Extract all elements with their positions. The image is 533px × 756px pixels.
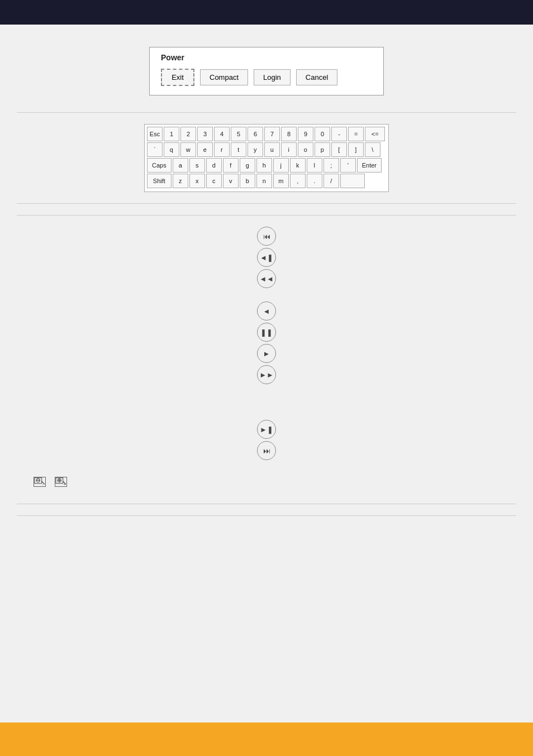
- key-1[interactable]: 1: [164, 127, 179, 141]
- key-caps[interactable]: Caps: [147, 158, 172, 173]
- key-q[interactable]: q: [164, 142, 179, 157]
- key-slash[interactable]: /: [323, 174, 339, 188]
- transport-spacer-2: [257, 386, 276, 395]
- transport-section: ⏮ ◄❚ ◄◄ ◄ ❚❚ ► ►► ►❚ ⏭: [17, 227, 516, 460]
- zoom-in-icon[interactable]: +: [55, 477, 67, 487]
- divider-1: [17, 112, 516, 113]
- key-b[interactable]: b: [240, 174, 255, 188]
- cancel-button[interactable]: Cancel: [296, 69, 337, 85]
- zoom-in-graphic: +: [55, 477, 67, 487]
- power-section: Power Exit Compact Login Cancel: [17, 47, 516, 95]
- key-a[interactable]: a: [173, 158, 188, 173]
- key-period[interactable]: .: [307, 174, 322, 188]
- exit-button[interactable]: Exit: [161, 69, 194, 86]
- key-backtick[interactable]: `: [147, 142, 163, 157]
- zoom-out-svg: -: [34, 477, 45, 487]
- key-8[interactable]: 8: [281, 127, 297, 141]
- key-semicolon[interactable]: ;: [323, 158, 339, 173]
- rewind-button[interactable]: ◄◄: [257, 269, 276, 288]
- key-p[interactable]: p: [315, 142, 330, 157]
- key-m[interactable]: m: [273, 174, 289, 188]
- transport-spacer-4: [257, 409, 276, 418]
- transport-spacer-1: [257, 290, 276, 299]
- key-equals[interactable]: =: [348, 127, 364, 141]
- svg-text:-: -: [42, 482, 44, 487]
- key-r[interactable]: r: [214, 142, 230, 157]
- key-i[interactable]: i: [281, 142, 297, 157]
- skip-to-end-button[interactable]: ⏭: [257, 441, 276, 460]
- key-w[interactable]: w: [180, 142, 196, 157]
- key-k[interactable]: k: [290, 158, 306, 173]
- key-4[interactable]: 4: [214, 127, 230, 141]
- key-minus[interactable]: -: [331, 127, 347, 141]
- key-s[interactable]: s: [189, 158, 205, 173]
- key-esc[interactable]: Esc: [147, 127, 163, 141]
- power-title: Power: [161, 53, 372, 62]
- divider-3: [17, 215, 516, 216]
- zoom-in-svg: +: [55, 477, 66, 487]
- keyboard-section: Esc 1 2 3 4 5 6 7 8 9 0 - = <= ` q w e: [17, 124, 516, 192]
- key-u[interactable]: u: [264, 142, 280, 157]
- key-backslash[interactable]: \: [365, 142, 380, 157]
- key-t[interactable]: t: [231, 142, 246, 157]
- key-3[interactable]: 3: [197, 127, 213, 141]
- key-6[interactable]: 6: [248, 127, 263, 141]
- skip-to-start-button[interactable]: ⏮: [257, 227, 276, 246]
- bottom-bar: [0, 722, 533, 756]
- key-y[interactable]: y: [248, 142, 263, 157]
- fast-forward-button[interactable]: ►►: [257, 365, 276, 384]
- key-shift-right[interactable]: [340, 174, 365, 188]
- key-enter[interactable]: Enter: [357, 158, 382, 173]
- key-0[interactable]: 0: [315, 127, 330, 141]
- key-comma[interactable]: ,: [290, 174, 306, 188]
- key-d[interactable]: d: [206, 158, 222, 173]
- key-quote[interactable]: ': [340, 158, 356, 173]
- power-buttons: Exit Compact Login Cancel: [161, 69, 372, 86]
- divider-2: [17, 203, 516, 204]
- key-7[interactable]: 7: [264, 127, 280, 141]
- key-n[interactable]: n: [256, 174, 272, 188]
- key-o[interactable]: o: [298, 142, 313, 157]
- next-frame-button[interactable]: ►❚: [257, 420, 276, 439]
- divider-4: [17, 504, 516, 504]
- key-e[interactable]: e: [197, 142, 213, 157]
- divider-5: [17, 515, 516, 516]
- play-reverse-button[interactable]: ◄: [257, 302, 276, 320]
- key-5[interactable]: 5: [231, 127, 246, 141]
- keyboard-row-4: Shift z x c v b n m , . /: [147, 174, 386, 188]
- power-box: Power Exit Compact Login Cancel: [149, 47, 384, 95]
- top-bar: [0, 0, 533, 25]
- key-rbracket[interactable]: ]: [348, 142, 364, 157]
- key-j[interactable]: j: [273, 158, 289, 173]
- transport-spacer-3: [257, 398, 276, 406]
- key-9[interactable]: 9: [298, 127, 313, 141]
- zoom-out-graphic: -: [34, 477, 46, 487]
- play-button[interactable]: ►: [257, 344, 276, 363]
- key-f[interactable]: f: [223, 158, 239, 173]
- keyboard-row-3: Caps a s d f g h j k l ; ' Enter: [147, 158, 386, 173]
- keyboard-row-2: ` q w e r t y u i o p [ ] \: [147, 142, 386, 157]
- step-back-button[interactable]: ◄❚: [257, 248, 276, 267]
- key-backspace[interactable]: <=: [365, 127, 385, 141]
- zoom-section: - +: [17, 471, 516, 492]
- transport-controls: ⏮ ◄❚ ◄◄ ◄ ❚❚ ► ►► ►❚ ⏭: [257, 227, 276, 460]
- key-2[interactable]: 2: [180, 127, 196, 141]
- zoom-out-icon[interactable]: -: [34, 477, 46, 487]
- key-x[interactable]: x: [189, 174, 205, 188]
- key-shift[interactable]: Shift: [147, 174, 172, 188]
- compact-button[interactable]: Compact: [200, 69, 248, 85]
- key-c[interactable]: c: [206, 174, 222, 188]
- key-lbracket[interactable]: [: [331, 142, 347, 157]
- key-l[interactable]: l: [307, 158, 322, 173]
- key-v[interactable]: v: [223, 174, 239, 188]
- key-h[interactable]: h: [256, 158, 272, 173]
- keyboard: Esc 1 2 3 4 5 6 7 8 9 0 - = <= ` q w e: [144, 124, 389, 192]
- key-g[interactable]: g: [240, 158, 255, 173]
- pause-button[interactable]: ❚❚: [257, 323, 276, 342]
- svg-text:+: +: [64, 482, 66, 487]
- keyboard-row-1: Esc 1 2 3 4 5 6 7 8 9 0 - = <=: [147, 127, 386, 141]
- login-button[interactable]: Login: [254, 69, 291, 85]
- key-z[interactable]: z: [173, 174, 188, 188]
